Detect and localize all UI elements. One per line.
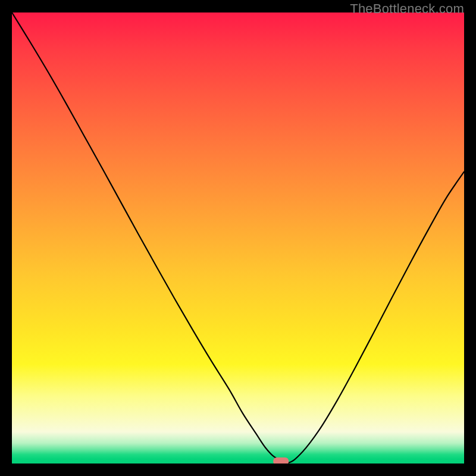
minimum-marker	[273, 458, 289, 464]
watermark-text: TheBottleneck.com	[350, 1, 464, 17]
bottleneck-curve	[12, 12, 464, 463]
plot-area	[12, 12, 464, 464]
chart-frame: TheBottleneck.com	[0, 0, 476, 476]
curve-layer	[12, 12, 464, 464]
